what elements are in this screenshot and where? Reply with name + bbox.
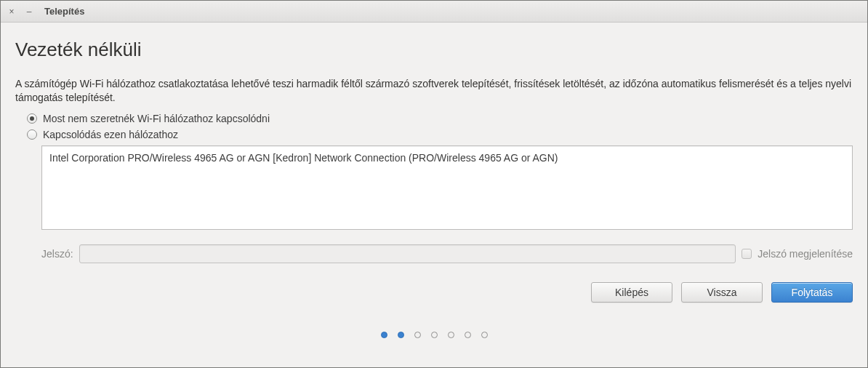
progress-dot <box>465 332 471 338</box>
radio-no-connect-label: Most nem szeretnék Wi-Fi hálózathoz kapc… <box>43 113 270 124</box>
password-row: Jelszó: Jelszó megjelenítése <box>41 244 853 263</box>
content-area: Vezeték nélküli A számítógép Wi-Fi hálóz… <box>1 23 867 367</box>
installer-window: × – Telepítés Vezeték nélküli A számítóg… <box>0 0 868 368</box>
window-title: Telepítés <box>44 6 84 17</box>
radio-no-connect[interactable]: Most nem szeretnék Wi-Fi hálózathoz kapc… <box>27 113 853 124</box>
password-label: Jelszó: <box>41 248 73 260</box>
progress-indicator <box>15 332 853 338</box>
progress-dot <box>381 332 387 338</box>
back-button[interactable]: Vissza <box>681 282 763 303</box>
progress-dot <box>448 332 454 338</box>
minimize-icon[interactable]: – <box>24 7 34 17</box>
quit-button[interactable]: Kilépés <box>591 282 672 303</box>
button-row: Kilépés Vissza Folytatás <box>15 282 853 303</box>
continue-button[interactable]: Folytatás <box>771 282 853 303</box>
progress-dot <box>398 332 404 338</box>
radio-icon[interactable] <box>27 129 37 140</box>
radio-connect-label: Kapcsolódás ezen hálózathoz <box>43 129 178 140</box>
titlebar: × – Telepítés <box>1 1 867 23</box>
password-input[interactable] <box>79 244 736 263</box>
radio-icon[interactable] <box>27 113 37 124</box>
page-title: Vezeték nélküli <box>15 39 853 61</box>
progress-dot <box>414 332 421 338</box>
radio-connect[interactable]: Kapcsolódás ezen hálózathoz <box>27 129 853 140</box>
page-description: A számítógép Wi-Fi hálózathoz csatlakozt… <box>15 77 853 105</box>
progress-dot <box>431 332 438 338</box>
show-password-checkbox[interactable] <box>742 249 752 259</box>
show-password-label: Jelszó megjelenítése <box>758 248 853 260</box>
network-item[interactable]: Intel Corporation PRO/Wireless 4965 AG o… <box>49 151 845 165</box>
progress-dot <box>481 332 488 338</box>
close-icon[interactable]: × <box>7 7 17 17</box>
network-list[interactable]: Intel Corporation PRO/Wireless 4965 AG o… <box>41 145 853 230</box>
